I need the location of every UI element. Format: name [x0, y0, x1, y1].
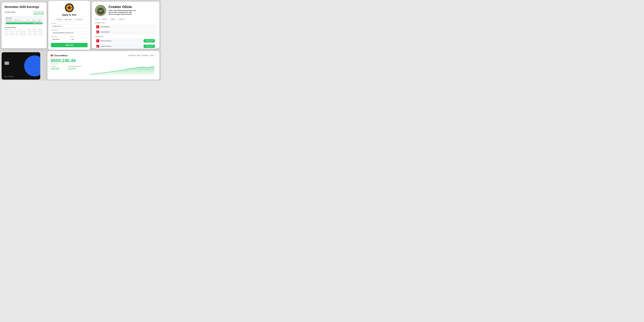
profile-name: Creator Olivia: [108, 5, 156, 9]
playbacks-metric: 🖥 Monetized Playbacks +11,717: [68, 66, 82, 75]
profile-dob: date of birth: September 6th, 1995: [108, 11, 156, 13]
skeleton-row-2: [4, 32, 44, 34]
tag-youtube[interactable]: youtube: [118, 18, 126, 20]
tag-member[interactable]: member: [100, 18, 108, 20]
col-gross: Gross: [32, 20, 37, 21]
partner-value: Hannah Powers: [121, 13, 132, 15]
channel-meter-section: The Channel Meter Platform Type ID Title…: [4, 27, 44, 36]
instagram-platform-icon: ◎: [96, 30, 99, 33]
views-value: +20,744: [51, 67, 65, 70]
youtube-icon: ▶: [66, 18, 67, 20]
views-metric: 👁 Views +20,744: [51, 66, 65, 75]
email-label: Email Address: [51, 29, 88, 30]
connected-youtube: ▶ ChannelMeter: [95, 25, 156, 29]
summary-title: Summary: [6, 17, 42, 19]
apply-title: Apply to Join: [62, 13, 76, 16]
skeleton-row-3: [4, 34, 44, 36]
stats-metrics: 👁 Views +20,744 🖥 Monetized Playbacks +1…: [51, 66, 86, 75]
earnings-title: November 2020 Earnings: [4, 5, 44, 9]
summary-data-row: Youtube Ad Revenue Channel The Channel M…: [6, 21, 42, 22]
svg-point-3: [68, 7, 70, 9]
network-logo-svg: NETWORK: [65, 3, 74, 12]
payment-youtube: ▶ Partner Revenue Processed: [95, 38, 156, 43]
summary-header-row: Platform Type Resource Title Units Gross…: [6, 20, 42, 21]
country-label: Country: [70, 36, 88, 37]
partner-label-text: partner manager:: [108, 13, 120, 15]
instagram-connect-button[interactable]: ◎ Connect: [74, 18, 84, 21]
monitor-icon: 🖥: [68, 66, 69, 67]
col-type: Type: [10, 20, 14, 21]
email-label-text: email:: [108, 10, 113, 11]
col-units: Units: [26, 20, 32, 21]
stats-header: ChannelMeter November 6, 2020 - December…: [51, 54, 156, 57]
connected-youtube-name: ChannelMeter: [100, 26, 110, 28]
email-value: creatorolivia@channelmeter.com: [113, 10, 136, 11]
stats-revenue: $500,186.46: [51, 58, 156, 63]
payment-youtube-left: ▶ Partner Revenue: [96, 39, 112, 42]
tags-label: TAGS: [95, 18, 99, 20]
country-input[interactable]: [70, 37, 88, 41]
earnings-creator-name: Creator Olivia: [4, 11, 15, 13]
eye-icon: 👁: [51, 66, 52, 67]
youtube-connect-button[interactable]: ▶ Connect: [64, 18, 74, 21]
profile-card: Creator Olivia email: creatorolivia@chan…: [92, 1, 160, 48]
payment-youtube-name: Partner Revenue: [100, 40, 112, 42]
fb-connect-label: Connect: [57, 19, 62, 20]
logo-circle: NETWORK: [65, 3, 74, 12]
facebook-icon: f: [56, 18, 57, 20]
tag-gamer[interactable]: gamer: [110, 18, 117, 20]
summary-table: Platform Type Resource Title Units Gross…: [6, 20, 42, 24]
payable-section: Payable Earnings $3,478.35: [34, 11, 44, 15]
channel-meter-title: The Channel Meter: [4, 27, 44, 28]
col-payable: Payable: [38, 20, 43, 21]
email-input[interactable]: [51, 31, 88, 35]
date-range-selector[interactable]: November 6, 2020 - December 2, 2020 ▾: [127, 54, 156, 57]
email-group: Email Address: [51, 29, 88, 35]
profile-header: Creator Olivia email: creatorolivia@chan…: [95, 5, 156, 16]
country-group: Country: [70, 36, 88, 41]
blue-circle-decoration: [24, 55, 40, 76]
stats-card: ChannelMeter November 6, 2020 - December…: [48, 51, 160, 80]
main-container: November 2020 Earnings Creator Olivia Pa…: [0, 0, 161, 80]
dan-creator-label: Dan A Creator: [4, 76, 14, 77]
dob-label-text: date of birth:: [108, 11, 117, 13]
avatar-svg: [95, 5, 106, 16]
facebook-connect-button[interactable]: f Connect: [55, 18, 63, 21]
full-name-group: Full Name: [51, 23, 88, 28]
processed-instagram-button[interactable]: Processed: [144, 45, 155, 48]
payable-label: Payable Earnings: [34, 11, 44, 12]
col-platform: Platform: [6, 20, 10, 21]
instagram-icon: ◎: [76, 18, 77, 20]
earnings-card: November 2020 Earnings Creator Olivia Pa…: [2, 2, 47, 48]
full-name-input[interactable]: [51, 24, 88, 28]
dob-group: Date of Birth: [51, 36, 69, 41]
connect-buttons: f Connect ▶ Connect ◎ Connect: [55, 18, 84, 21]
ig-connect-label: Connect: [78, 19, 82, 20]
dob-input[interactable]: [51, 37, 69, 41]
connected-section: CONNECTED ▶ ChannelMeter ◎ ChannelMeter: [95, 22, 156, 34]
est-label: Est Revenue: [51, 63, 156, 65]
profile-avatar: [95, 5, 106, 16]
summary-total-row: $4,569.90 $3,478.35: [6, 22, 42, 24]
network-logo: NETWORK: [65, 3, 74, 12]
youtube-platform-icon: ▶: [96, 25, 99, 28]
apply-card: NETWORK Apply to Join f Connect ▶ Connec…: [48, 1, 90, 50]
yt-connect-label: Connect: [67, 19, 72, 20]
connected-instagram: ◎ ChannelMeter: [95, 30, 156, 34]
playbacks-value: +11,717: [68, 67, 82, 70]
svg-text:NETWORK: NETWORK: [67, 11, 71, 11]
connected-instagram-name: ChannelMeter: [100, 31, 110, 33]
playbacks-label: 🖥 Monetized Playbacks: [68, 66, 82, 67]
chart-fill: [90, 66, 154, 75]
payment-instagram-name: Partner Revenue: [100, 45, 112, 47]
stats-brand-name: ChannelMeter: [54, 54, 68, 57]
profile-email: email: creatorolivia@channelmeter.com: [108, 10, 156, 11]
skeleton-row-1: [4, 30, 44, 32]
processed-youtube-button[interactable]: Processed: [144, 39, 155, 42]
stats-brand: ChannelMeter: [51, 54, 68, 57]
cm-header-row: Platform Type ID Title Views Gross Payab…: [4, 29, 44, 30]
profile-info: Creator Olivia email: creatorolivia@chan…: [108, 5, 156, 16]
apply-now-button[interactable]: Apply Now: [51, 43, 88, 47]
payable-amount: $3,478.35: [34, 12, 44, 15]
date-range-text: November 6, 2020 - December 2, 2020: [128, 55, 153, 56]
